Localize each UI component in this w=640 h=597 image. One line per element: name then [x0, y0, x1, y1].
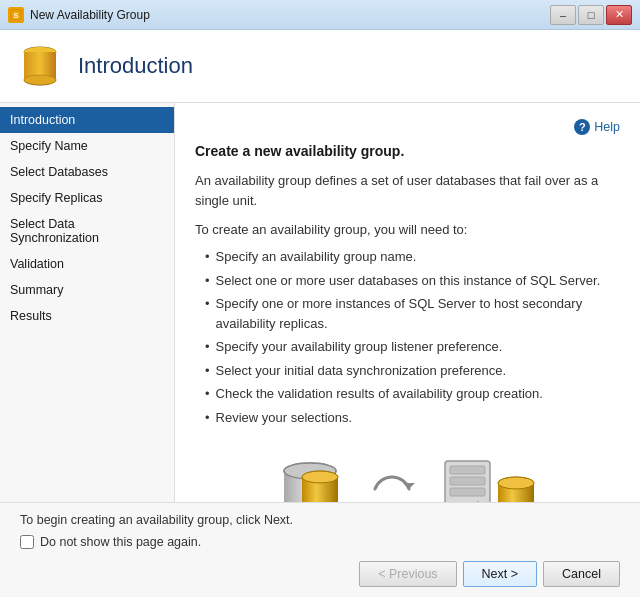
content-title: Create a new availability group. [195, 143, 620, 159]
maximize-button[interactable]: □ [578, 5, 604, 25]
header-icon [16, 42, 64, 90]
content-area: ? Help Create a new availability group. … [175, 103, 640, 502]
bullet-item: Select your initial data synchronization… [205, 361, 620, 381]
sidebar-item-introduction[interactable]: Introduction [0, 107, 174, 133]
sidebar-item-summary[interactable]: Summary [0, 277, 174, 303]
content-description: An availability group defines a set of u… [195, 171, 620, 210]
next-button[interactable]: Next > [463, 561, 537, 587]
graphic-area [195, 431, 620, 502]
bullet-item: Check the validation results of availabi… [205, 384, 620, 404]
help-label: Help [594, 120, 620, 134]
close-button[interactable]: ✕ [606, 5, 632, 25]
begin-text: To begin creating an availability group,… [20, 513, 620, 527]
content-intro: To create an availability group, you wil… [195, 222, 620, 237]
svg-rect-19 [450, 466, 485, 474]
no-show-label[interactable]: Do not show this page again. [40, 535, 201, 549]
svg-point-7 [24, 75, 56, 85]
bullet-item: Specify an availability group name. [205, 247, 620, 267]
bullet-item: Select one or more user databases on thi… [205, 271, 620, 291]
target-server-icon [440, 451, 540, 502]
minimize-button[interactable]: – [550, 5, 576, 25]
footer: To begin creating an availability group,… [0, 502, 640, 597]
title-bar-left: S New Availability Group [8, 7, 150, 23]
help-link[interactable]: ? Help [574, 119, 620, 135]
sidebar-item-validation[interactable]: Validation [0, 251, 174, 277]
window-title: New Availability Group [30, 8, 150, 22]
svg-rect-21 [450, 488, 485, 496]
bullet-list: Specify an availability group name. Sele… [205, 247, 620, 427]
sidebar-item-select-data-sync[interactable]: Select Data Synchronization [0, 211, 174, 251]
source-db-icon [275, 451, 345, 502]
sidebar-item-specify-name[interactable]: Specify Name [0, 133, 174, 159]
svg-point-27 [498, 477, 534, 489]
help-icon: ? [574, 119, 590, 135]
bullet-item: Specify your availability group listener… [205, 337, 620, 357]
app-icon: S [8, 7, 24, 23]
checkbox-row: Do not show this page again. [20, 535, 620, 549]
bullet-item: Specify one or more instances of SQL Ser… [205, 294, 620, 333]
header: Introduction [0, 30, 640, 103]
sync-arrows-icon [365, 469, 420, 503]
sidebar-item-results[interactable]: Results [0, 303, 174, 329]
footer-buttons: < Previous Next > Cancel [20, 561, 620, 587]
sidebar: Introduction Specify Name Select Databas… [0, 103, 175, 502]
title-bar: S New Availability Group – □ ✕ [0, 0, 640, 30]
bullet-item: Review your selections. [205, 408, 620, 428]
svg-text:S: S [13, 11, 19, 20]
sidebar-item-select-databases[interactable]: Select Databases [0, 159, 174, 185]
previous-button[interactable]: < Previous [359, 561, 456, 587]
svg-marker-16 [403, 483, 415, 489]
cancel-button[interactable]: Cancel [543, 561, 620, 587]
svg-rect-20 [450, 477, 485, 485]
header-title: Introduction [78, 53, 193, 79]
svg-point-15 [302, 471, 338, 483]
sidebar-item-specify-replicas[interactable]: Specify Replicas [0, 185, 174, 211]
no-show-checkbox[interactable] [20, 535, 34, 549]
body: Introduction Specify Name Select Databas… [0, 103, 640, 502]
title-bar-buttons: – □ ✕ [550, 5, 632, 25]
main-window: Introduction Introduction Specify Name S… [0, 30, 640, 597]
